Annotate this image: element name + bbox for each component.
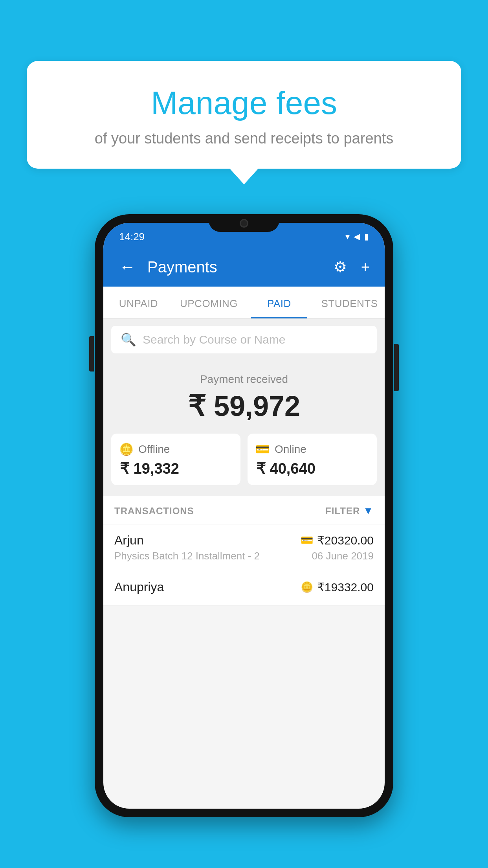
payment-type-icon: 💳 — [301, 534, 313, 546]
transaction-amount: ₹19332.00 — [317, 580, 374, 594]
front-camera — [240, 219, 248, 228]
tab-paid[interactable]: PAID — [244, 287, 314, 318]
speech-bubble: Manage fees of your students and send re… — [27, 61, 461, 169]
transaction-row[interactable]: Anupriya 🪙 ₹19332.00 — [103, 571, 385, 606]
online-card-header: 💳 Online — [255, 442, 369, 456]
app-header: ← Payments ⚙ + — [103, 247, 385, 287]
payment-cards: 🪙 Offline ₹ 19,332 💳 Online ₹ 40,640 — [103, 434, 385, 496]
speech-bubble-container: Manage fees of your students and send re… — [27, 61, 461, 169]
offline-card-header: 🪙 Offline — [119, 442, 233, 456]
payment-received-label: Payment received — [111, 373, 377, 386]
phone-device: 14:29 ▾ ◀ ▮ ← Payments ⚙ + UNPAID — [95, 214, 393, 817]
online-amount: ₹ 40,640 — [255, 460, 369, 477]
search-input[interactable]: Search by Course or Name — [143, 333, 286, 346]
tab-unpaid[interactable]: UNPAID — [103, 287, 174, 318]
back-button[interactable]: ← — [115, 254, 139, 280]
status-time: 14:29 — [119, 231, 145, 243]
transaction-name: Arjun — [114, 533, 144, 548]
filter-button[interactable]: FILTER ▼ — [325, 505, 374, 517]
online-label: Online — [275, 443, 306, 456]
search-box[interactable]: 🔍 Search by Course or Name — [111, 326, 377, 353]
transaction-name: Anupriya — [114, 580, 164, 594]
transaction-amount-wrap: 🪙 ₹19332.00 — [301, 580, 374, 594]
transaction-amount-wrap: 💳 ₹20320.00 — [301, 533, 374, 547]
online-card: 💳 Online ₹ 40,640 — [248, 434, 377, 485]
phone-notch — [209, 214, 279, 232]
transaction-amount: ₹20320.00 — [317, 533, 374, 547]
offline-amount: ₹ 19,332 — [119, 460, 233, 477]
manage-fees-subtitle: of your students and send receipts to pa… — [46, 130, 442, 147]
payment-type-icon: 🪙 — [301, 581, 313, 593]
status-icons: ▾ ◀ ▮ — [345, 232, 369, 242]
filter-icon: ▼ — [363, 505, 374, 517]
tab-students[interactable]: STUDENTS — [314, 287, 385, 318]
transaction-top-row: Arjun 💳 ₹20320.00 — [114, 533, 374, 548]
page-title: Payments — [147, 258, 323, 276]
transactions-label: TRANSACTIONS — [114, 506, 194, 517]
signal-icon: ◀ — [354, 232, 360, 242]
manage-fees-title: Manage fees — [46, 85, 442, 121]
transaction-top-row: Anupriya 🪙 ₹19332.00 — [114, 580, 374, 594]
wifi-icon: ▾ — [345, 232, 350, 242]
transactions-header: TRANSACTIONS FILTER ▼ — [103, 496, 385, 524]
transaction-course: Physics Batch 12 Installment - 2 — [114, 550, 260, 562]
transaction-date: 06 June 2019 — [312, 550, 374, 562]
transaction-row[interactable]: Arjun 💳 ₹20320.00 Physics Batch 12 Insta… — [103, 524, 385, 571]
search-container: 🔍 Search by Course or Name — [103, 319, 385, 360]
header-icons: ⚙ + — [330, 255, 373, 279]
offline-label: Offline — [138, 443, 170, 456]
offline-card: 🪙 Offline ₹ 19,332 — [111, 434, 240, 485]
online-icon: 💳 — [255, 442, 270, 456]
tabs-bar: UNPAID UPCOMING PAID STUDENTS — [103, 287, 385, 319]
tab-upcoming[interactable]: UPCOMING — [174, 287, 244, 318]
phone-frame: 14:29 ▾ ◀ ▮ ← Payments ⚙ + UNPAID — [95, 214, 393, 817]
phone-screen: 14:29 ▾ ◀ ▮ ← Payments ⚙ + UNPAID — [103, 223, 385, 809]
add-button[interactable]: + — [358, 256, 373, 279]
filter-label: FILTER — [325, 506, 360, 517]
transaction-bottom-row: Physics Batch 12 Installment - 2 06 June… — [114, 550, 374, 562]
offline-icon: 🪙 — [119, 442, 134, 456]
search-icon: 🔍 — [121, 332, 136, 347]
battery-icon: ▮ — [364, 232, 369, 242]
settings-button[interactable]: ⚙ — [330, 255, 350, 279]
payment-total-amount: ₹ 59,972 — [111, 390, 377, 423]
payment-summary: Payment received ₹ 59,972 — [103, 360, 385, 434]
